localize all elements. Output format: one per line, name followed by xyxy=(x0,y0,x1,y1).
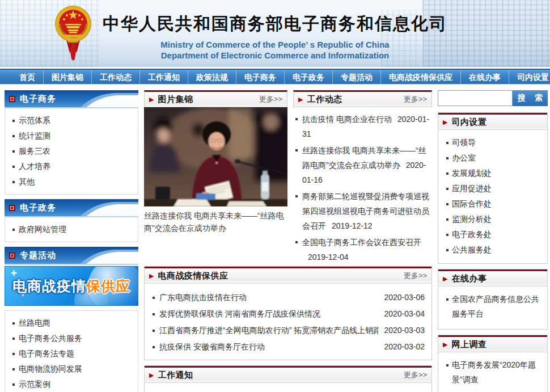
department-link[interactable]: 司领导 xyxy=(442,135,544,150)
news-item[interactable]: 广东电商抗击疫情在行动2020-03-06 xyxy=(151,289,425,306)
item-text: 统计监测 xyxy=(19,131,50,140)
department-link[interactable]: 国际合作处 xyxy=(442,196,544,212)
nav-item[interactable]: 在线办事 xyxy=(460,70,509,84)
box-title[interactable]: 工作通知 xyxy=(158,370,193,381)
bullet-icon xyxy=(446,218,449,221)
notice-box: ▶ 工作通知 更多>> 商务部关于增补国家电子商务示范基地的通知2019-12-… xyxy=(144,365,432,392)
arrow-icon: ▶ xyxy=(443,119,447,125)
site-subtitle-en: Ministry of Commerce of the People’ s Re… xyxy=(99,39,451,61)
department-link[interactable]: 应用促进处 xyxy=(442,181,544,196)
bullet-icon xyxy=(153,346,155,348)
item-date: 2020-03-02 xyxy=(378,339,425,355)
item-date: 2019-12-04 xyxy=(308,252,349,262)
item-text: 江西省商务厅推进“全网电商助农行动” 拓宽滞销农产品线上销路 xyxy=(159,322,378,339)
sidebar-link[interactable]: 丝路电商 xyxy=(5,315,138,331)
site-title: 中华人民共和国商务部电子商务和信息化司 xyxy=(99,12,451,36)
department-link[interactable]: 电子政务处 xyxy=(442,227,544,242)
box-title[interactable]: 网上调查 xyxy=(451,339,486,350)
conference-photo[interactable] xyxy=(144,107,287,206)
more-link[interactable]: 更多>> xyxy=(404,94,427,104)
sidebar-link[interactable]: 政府网站管理 xyxy=(5,222,138,237)
department-box-header: ▶ 司内设置 xyxy=(438,113,547,130)
bullet-icon xyxy=(446,142,449,144)
epidemic-box: ▶ 电商战疫情保供应 更多>> 广东电商抗击疫情在行动2020-03-06发挥优… xyxy=(144,266,432,360)
item-text: 抗疫保供 安徽省商务厅在行动 xyxy=(159,339,378,355)
news-item[interactable]: 商务部第二轮巡视暨促消费专项巡视第四巡视组巡视电子商务司进驻动员会召开2019-… xyxy=(294,189,431,233)
more-link[interactable]: 更多>> xyxy=(404,370,427,380)
sidebar-link[interactable]: 统计监测 xyxy=(5,128,138,144)
bullet-icon xyxy=(295,195,298,197)
sidebar-link[interactable]: 电子商务法专题 xyxy=(5,346,138,361)
news-item[interactable]: 抗疫保供 安徽省商务厅在行动2020-03-02 xyxy=(151,339,425,355)
department-link[interactable]: 发展规划处 xyxy=(442,166,544,181)
news-item[interactable]: 江西省商务厅推进“全网电商助农行动” 拓宽滞销农产品线上销路2020-03-03 xyxy=(151,322,425,339)
item-text: 人才培养 xyxy=(19,162,50,171)
sidebar-section-topics: 专题活动 ✚ ✚ 电商战疫情保供应 丝路电商电子商务公共服务电子商务法专题电商物… xyxy=(5,247,138,392)
search-button[interactable]: 搜 索 xyxy=(513,90,548,106)
item-text: 应用促进处 xyxy=(452,184,492,193)
nav-item[interactable]: 电子商务 xyxy=(236,70,284,84)
item-text: 电商战疫情保供应 xyxy=(389,73,452,82)
notice-box-header: ▶ 工作通知 更多>> xyxy=(145,366,431,383)
box-title[interactable]: 图片集锦 xyxy=(158,94,193,105)
item-date: 2019-12-12 xyxy=(332,221,373,230)
sidebar-link[interactable]: 其他 xyxy=(5,174,138,189)
red-square-icon xyxy=(9,252,15,259)
notice-list: 商务部关于增补国家电子商务示范基地的通知2019-12-17商务部增补“国家电子… xyxy=(145,383,431,392)
news-item[interactable]: 全国电子商务工作会议在西安召开2019-12-04 xyxy=(294,235,431,264)
nav-item[interactable]: 工作动态 xyxy=(91,70,139,84)
nav-item[interactable]: 工作通知 xyxy=(139,70,188,84)
arrow-icon: ▶ xyxy=(298,96,303,103)
search-bar: 搜 索 xyxy=(438,90,548,106)
sidebar-section-title: 电子政务 xyxy=(20,203,56,213)
news-item[interactable]: 丝路连接你我 电商共享未来——“丝路电商”交流会在京成功举办2020-01-16 xyxy=(294,143,431,187)
epidemic-campaign-banner[interactable]: ✚ ✚ 电商战疫情保供应 xyxy=(5,266,138,306)
news-item[interactable]: 商务部关于增补国家电子商务示范基地的通知2019-12-17 xyxy=(151,389,425,392)
item-text: 示范案例 xyxy=(19,380,50,389)
box-title[interactable]: 工作动态 xyxy=(307,94,342,105)
red-square-icon xyxy=(9,96,15,102)
bullet-icon xyxy=(12,135,15,137)
nav-item[interactable]: 专题活动 xyxy=(332,70,380,84)
service-link[interactable]: 全国农产品商务信息公共服务平台 xyxy=(442,292,544,321)
more-link[interactable]: 更多>> xyxy=(259,94,282,104)
bullet-icon xyxy=(12,181,15,183)
sidebar-link[interactable]: 人才培养 xyxy=(5,159,138,174)
nav-item[interactable]: 首页 xyxy=(11,70,43,84)
epidemic-box-header: ▶ 电商战疫情保供应 更多>> xyxy=(145,267,431,284)
bullet-icon xyxy=(12,322,15,324)
survey-link[interactable]: 电子商务发展“2020年愿景”调查 xyxy=(442,357,544,387)
bullet-icon xyxy=(446,234,449,236)
red-square-icon xyxy=(9,205,15,211)
box-title[interactable]: 司内设置 xyxy=(451,117,486,128)
nav-item[interactable]: 图片集锦 xyxy=(43,70,91,84)
news-item[interactable]: 发挥优势联保联供 河南省商务厅战疫保供情况2020-03-04 xyxy=(151,306,425,322)
news-item[interactable]: 抗击疫情 电商企业在行动2020-01-31 xyxy=(294,112,431,141)
item-text: 电子商务公共服务 xyxy=(19,334,82,343)
item-text: 服务三农 xyxy=(19,146,50,155)
search-input[interactable] xyxy=(438,90,513,106)
sidebar-link[interactable]: 示范体系 xyxy=(5,113,138,128)
department-link[interactable]: 公共服务处 xyxy=(442,242,544,258)
sidebar-link[interactable]: 示范案例 xyxy=(5,377,138,392)
nav-item[interactable]: 电子政务 xyxy=(284,70,332,84)
bullet-icon xyxy=(12,166,15,168)
more-link[interactable]: 更多>> xyxy=(404,271,427,281)
arrow-icon: ▶ xyxy=(149,96,154,103)
bullet-icon xyxy=(295,118,298,120)
bullet-icon xyxy=(295,149,298,151)
nav-item[interactable]: 政策法规 xyxy=(188,70,236,84)
box-title[interactable]: 电商战疫情保供应 xyxy=(158,271,228,281)
main-nav: 首页图片集锦工作动态工作通知政策法规电子商务电子政务专题活动电商战疫情保供应在线… xyxy=(0,69,550,85)
sidebar-link[interactable]: 电商物流协同发展 xyxy=(5,361,138,377)
box-title[interactable]: 在线办事 xyxy=(451,273,486,284)
sidebar-link[interactable]: 电子商务公共服务 xyxy=(5,331,138,346)
department-link[interactable]: 监测分析处 xyxy=(442,212,544,227)
survey-list: 电子商务发展“2020年愿景”调查 xyxy=(438,352,547,392)
sidebar-section-title: 电子商务 xyxy=(20,94,56,104)
department-link[interactable]: 办公室 xyxy=(442,150,544,166)
photo-caption[interactable]: 丝路连接你我 电商共享未来——“丝路电商”交流会在京成功举办 xyxy=(144,209,287,234)
sidebar-link[interactable]: 服务三农 xyxy=(5,144,138,159)
nav-item[interactable]: 电商战疫情保供应 xyxy=(380,70,460,84)
nav-item[interactable]: 司内设置 xyxy=(509,70,550,84)
